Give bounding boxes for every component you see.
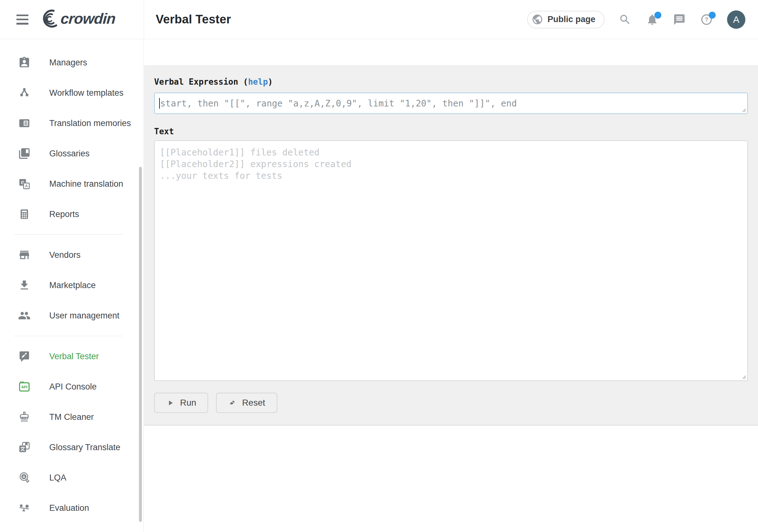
topbar-actions: Public page bbox=[527, 11, 745, 29]
content-bottom-area bbox=[144, 426, 758, 531]
managers-icon bbox=[18, 56, 31, 69]
sidebar-item-glossary-translate[interactable]: Glossary Translate bbox=[0, 432, 143, 463]
expression-label: Verbal Expression (help) bbox=[154, 77, 748, 87]
reset-button-label: Reset bbox=[242, 398, 265, 408]
sidebar-divider bbox=[14, 336, 123, 336]
sidebar-item-lqa[interactable]: A LQA bbox=[0, 463, 143, 493]
sidebar-item-reports[interactable]: Reports bbox=[0, 199, 143, 230]
sidebar-item-label: TM Cleaner bbox=[49, 412, 94, 422]
play-icon bbox=[166, 399, 175, 407]
app-root: crowdin Verbal Tester Public page bbox=[0, 0, 758, 532]
sidebar-item-label: API Console bbox=[49, 382, 97, 392]
sidebar-item-label: Evaluation bbox=[49, 503, 89, 513]
sidebar-item-label: Managers bbox=[49, 58, 87, 68]
topbar: crowdin Verbal Tester Public page bbox=[0, 0, 758, 39]
sidebar-item-workflow-templates[interactable]: Workflow templates bbox=[0, 78, 143, 108]
sidebar-item-managers[interactable]: Managers bbox=[0, 47, 143, 78]
search-button[interactable] bbox=[618, 13, 632, 26]
glossary-translate-icon bbox=[18, 441, 31, 454]
avatar[interactable]: A bbox=[727, 11, 745, 29]
verbal-tester-icon bbox=[18, 350, 31, 363]
verbal-tester-panel: Verbal Expression (help) Text Run bbox=[144, 65, 758, 426]
expression-label-close: ) bbox=[268, 77, 273, 87]
sidebar-item-vendors[interactable]: Vendors bbox=[0, 240, 143, 270]
sidebar-item-glossaries[interactable]: Glossaries bbox=[0, 138, 143, 169]
menu-icon[interactable] bbox=[17, 15, 28, 25]
sidebar-item-translation-memories[interactable]: Translation memories bbox=[0, 108, 143, 138]
sidebar-item-label: LQA bbox=[49, 473, 66, 483]
user-management-icon bbox=[18, 309, 31, 322]
sidebar-item-label: Vendors bbox=[49, 250, 81, 260]
globe-icon bbox=[532, 14, 543, 25]
crowdin-bird-icon bbox=[39, 8, 57, 31]
avatar-letter: A bbox=[733, 14, 740, 25]
notifications-button[interactable] bbox=[645, 13, 659, 26]
run-button[interactable]: Run bbox=[154, 393, 208, 413]
resize-grip-icon[interactable] bbox=[740, 373, 747, 380]
text-caret bbox=[159, 98, 160, 109]
marketplace-icon bbox=[18, 279, 31, 292]
notification-badge bbox=[654, 12, 661, 18]
svg-text:API: API bbox=[21, 385, 27, 389]
topbar-left: crowdin bbox=[0, 0, 144, 39]
translation-memories-icon bbox=[18, 117, 31, 129]
expression-input-wrap bbox=[154, 92, 748, 114]
api-console-icon: API bbox=[18, 380, 31, 393]
sidebar: Managers Workflow templates bbox=[0, 39, 144, 532]
expression-label-text: Verbal Expression ( bbox=[154, 77, 248, 87]
help-badge bbox=[709, 12, 716, 18]
search-icon bbox=[619, 13, 631, 26]
sidebar-item-label: Reports bbox=[49, 209, 79, 219]
help-link[interactable]: help bbox=[248, 77, 268, 87]
workflow-templates-icon bbox=[18, 87, 31, 99]
vendors-icon bbox=[18, 249, 31, 261]
messages-button[interactable] bbox=[673, 13, 686, 26]
svg-text:A: A bbox=[23, 475, 25, 479]
eraser-icon bbox=[228, 399, 237, 407]
svg-text:?: ? bbox=[705, 16, 708, 23]
tm-cleaner-icon bbox=[18, 411, 31, 423]
sidebar-item-label: Machine translation bbox=[49, 179, 123, 189]
topbar-main: Verbal Tester Public page bbox=[144, 0, 758, 39]
sidebar-item-verbal-tester[interactable]: Verbal Tester bbox=[0, 341, 143, 372]
run-button-label: Run bbox=[180, 398, 196, 408]
lqa-icon: A bbox=[18, 471, 31, 484]
crowdin-wordmark: crowdin bbox=[60, 11, 116, 28]
sidebar-item-label: Translation memories bbox=[49, 119, 131, 128]
crowdin-logo[interactable]: crowdin bbox=[39, 8, 115, 31]
chat-icon bbox=[673, 13, 686, 26]
public-page-label: Public page bbox=[547, 15, 595, 24]
sidebar-item-label: Marketplace bbox=[49, 281, 96, 290]
svg-text:A: A bbox=[25, 184, 28, 189]
sidebar-item-evaluation[interactable]: Evaluation bbox=[0, 493, 143, 523]
sidebar-item-marketplace[interactable]: Marketplace bbox=[0, 270, 143, 301]
reset-button[interactable]: Reset bbox=[216, 393, 277, 413]
text-input[interactable] bbox=[154, 140, 748, 381]
main-content: Verbal Expression (help) Text Run bbox=[144, 39, 758, 532]
sidebar-item-label: Glossaries bbox=[49, 149, 90, 159]
sidebar-item-label: Workflow templates bbox=[49, 88, 123, 98]
help-button[interactable]: ? bbox=[700, 13, 713, 26]
content-top-band bbox=[144, 39, 758, 65]
page-title: Verbal Tester bbox=[156, 13, 231, 26]
reports-icon bbox=[18, 208, 31, 221]
glossaries-icon bbox=[18, 147, 31, 160]
text-label: Text bbox=[154, 127, 748, 136]
sidebar-divider bbox=[14, 234, 123, 235]
machine-translation-icon: G A bbox=[18, 178, 31, 190]
actions-row: Run Reset bbox=[154, 393, 748, 413]
text-input-wrap bbox=[154, 140, 748, 381]
sidebar-item-tm-cleaner[interactable]: TM Cleaner bbox=[0, 402, 143, 432]
sidebar-scrollbar[interactable] bbox=[139, 167, 142, 522]
sidebar-item-label: Verbal Tester bbox=[49, 352, 99, 361]
expression-input[interactable] bbox=[154, 92, 748, 114]
sidebar-item-label: User management bbox=[49, 311, 120, 321]
sidebar-item-machine-translation[interactable]: G A Machine translation bbox=[0, 169, 143, 199]
public-page-button[interactable]: Public page bbox=[527, 11, 604, 28]
evaluation-icon bbox=[18, 502, 31, 514]
sidebar-item-user-management[interactable]: User management bbox=[0, 301, 143, 331]
sidebar-item-label: Glossary Translate bbox=[49, 443, 120, 452]
sidebar-item-api-console[interactable]: API API Console bbox=[0, 372, 143, 402]
resize-grip-icon[interactable] bbox=[740, 106, 747, 113]
